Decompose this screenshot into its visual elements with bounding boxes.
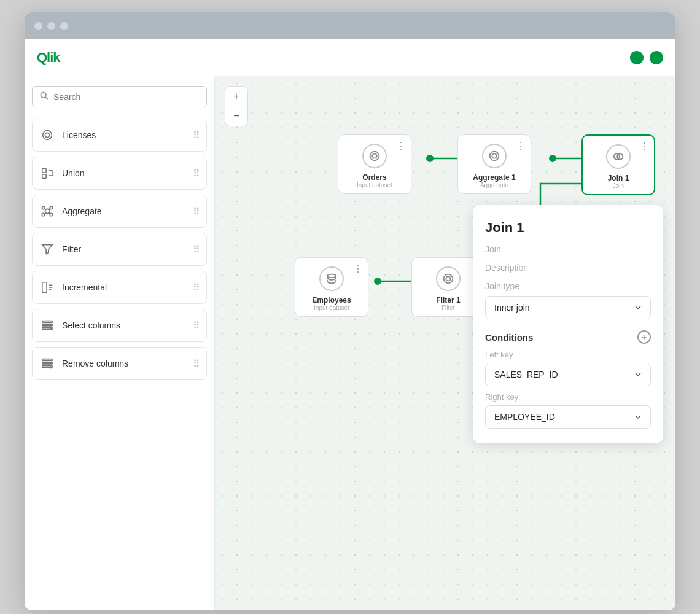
sidebar-drag-aggregate[interactable]: ⠿ xyxy=(193,206,200,217)
svg-point-8 xyxy=(50,206,53,209)
sidebar-item-union[interactable]: Union ⠿ xyxy=(32,157,207,190)
node-aggregate1[interactable]: ⋮ Aggregate 1 Aggregate xyxy=(457,134,531,194)
join1-subtitle: Join xyxy=(613,182,624,189)
panel-right-key-select[interactable]: EMPLOYEE_ID EMP_ID STAFF_ID xyxy=(485,405,651,429)
svg-point-25 xyxy=(426,155,434,162)
employees-subtitle: Input dataset xyxy=(314,305,349,311)
svg-point-43 xyxy=(444,274,453,284)
sidebar-item-select-columns[interactable]: Select columns ⠿ xyxy=(32,309,207,342)
svg-point-0 xyxy=(41,92,46,98)
sidebar-drag-select-columns[interactable]: ⠿ xyxy=(193,320,200,332)
svg-point-42 xyxy=(327,274,336,278)
sidebar-drag-licenses[interactable]: ⠿ xyxy=(193,130,200,141)
sidebar-item-licenses[interactable]: Licenses ⠿ xyxy=(32,119,207,152)
titlebar-dot-2 xyxy=(47,22,55,30)
remove-columns-icon xyxy=(39,355,56,372)
header-status xyxy=(630,51,663,64)
sidebar-label-licenses: Licenses xyxy=(62,130,193,140)
join1-menu[interactable]: ⋮ xyxy=(639,141,649,152)
orders-icon xyxy=(362,144,387,168)
employees-title: Employees xyxy=(312,296,351,305)
sidebar-item-remove-columns[interactable]: Remove columns ⠿ xyxy=(32,347,207,380)
sidebar-item-filter[interactable]: Filter ⠿ xyxy=(32,233,207,266)
svg-point-36 xyxy=(370,152,379,161)
sidebar-item-aggregate[interactable]: Aggregate ⠿ xyxy=(32,195,207,228)
panel-join-type-select[interactable]: Inner join Left join Right join Full joi… xyxy=(485,296,651,319)
svg-rect-16 xyxy=(42,321,53,323)
panel-conditions-label: Conditions xyxy=(485,332,533,343)
join1-title: Join 1 xyxy=(608,174,629,182)
svg-point-34 xyxy=(374,278,381,285)
panel-left-key-label: Left key xyxy=(485,350,651,359)
node-join1[interactable]: ⋮ Join 1 Join xyxy=(581,134,655,195)
sidebar-item-incremental[interactable]: Incremental ⠿ xyxy=(32,271,207,304)
panel-join-label: Join xyxy=(485,244,651,254)
svg-point-37 xyxy=(372,154,376,158)
sidebar-label-select-columns: Select columns xyxy=(62,321,193,330)
aggregate1-menu[interactable]: ⋮ xyxy=(516,140,526,152)
sidebar-label-union: Union xyxy=(62,168,193,178)
svg-rect-19 xyxy=(42,359,53,361)
filter1-icon xyxy=(436,266,461,291)
svg-point-7 xyxy=(42,206,45,209)
aggregate1-icon xyxy=(482,144,507,168)
orders-title: Orders xyxy=(362,173,386,182)
svg-point-28 xyxy=(549,155,556,162)
svg-rect-20 xyxy=(42,362,53,364)
titlebar xyxy=(25,12,675,39)
search-icon xyxy=(40,91,49,102)
panel-title: Join 1 xyxy=(485,220,651,236)
search-input[interactable] xyxy=(53,92,199,102)
sidebar-drag-filter[interactable]: ⠿ xyxy=(193,244,200,255)
svg-point-39 xyxy=(492,154,496,158)
svg-point-3 xyxy=(45,133,49,137)
licenses-icon xyxy=(39,126,56,144)
filter1-title: Filter 1 xyxy=(436,296,460,305)
orders-menu[interactable]: ⋮ xyxy=(396,140,406,152)
node-employees[interactable]: ⋮ Employees Input dataset xyxy=(295,257,368,317)
svg-point-2 xyxy=(43,131,52,140)
svg-point-44 xyxy=(446,276,450,281)
aggregate1-subtitle: Aggregate xyxy=(480,182,508,188)
sidebar-label-remove-columns: Remove columns xyxy=(62,359,193,368)
employees-icon xyxy=(319,266,344,291)
node-orders[interactable]: ⋮ Orders Input dataset xyxy=(338,134,411,194)
status-dot-1 xyxy=(630,51,644,64)
sidebar-drag-incremental[interactable]: ⠿ xyxy=(193,282,200,293)
employees-menu[interactable]: ⋮ xyxy=(353,263,363,274)
filter1-subtitle: Filter xyxy=(441,305,455,311)
titlebar-dot-1 xyxy=(34,22,42,30)
svg-rect-5 xyxy=(42,174,46,178)
union-icon xyxy=(39,165,56,182)
canvas-area[interactable]: + − xyxy=(215,76,675,610)
status-dot-2 xyxy=(650,51,663,64)
svg-rect-15 xyxy=(42,282,47,293)
sidebar-label-incremental: Incremental xyxy=(62,282,193,292)
panel-join-type-label: Join type xyxy=(485,281,651,291)
zoom-controls: + − xyxy=(225,86,248,126)
titlebar-dot-3 xyxy=(60,22,68,30)
panel-conditions-row: Conditions + xyxy=(485,330,651,344)
search-box[interactable] xyxy=(32,86,207,107)
svg-point-10 xyxy=(50,213,53,216)
right-panel: Join 1 Join Description Join type Inner … xyxy=(473,205,663,443)
app-window: Qlik xyxy=(25,12,675,610)
app-header: Qlik xyxy=(25,39,675,76)
svg-rect-4 xyxy=(42,169,46,173)
filter-icon xyxy=(39,241,56,258)
sidebar-label-aggregate: Aggregate xyxy=(62,206,193,216)
panel-left-key-select[interactable]: SALES_REP_ID ORDER_ID CUSTOMER_ID xyxy=(485,363,651,386)
incremental-icon xyxy=(39,279,56,296)
panel-add-condition-button[interactable]: + xyxy=(637,330,651,344)
panel-description-label: Description xyxy=(485,263,651,273)
sidebar-label-filter: Filter xyxy=(62,244,193,254)
join1-icon xyxy=(606,144,631,169)
zoom-out-button[interactable]: − xyxy=(225,106,247,126)
select-columns-icon xyxy=(39,317,56,334)
svg-rect-17 xyxy=(42,324,53,326)
orders-subtitle: Input dataset xyxy=(357,182,392,188)
sidebar-drag-union[interactable]: ⠿ xyxy=(193,168,200,179)
zoom-in-button[interactable]: + xyxy=(225,87,247,106)
qlik-logo: Qlik xyxy=(37,50,60,66)
sidebar-drag-remove-columns[interactable]: ⠿ xyxy=(193,358,200,370)
